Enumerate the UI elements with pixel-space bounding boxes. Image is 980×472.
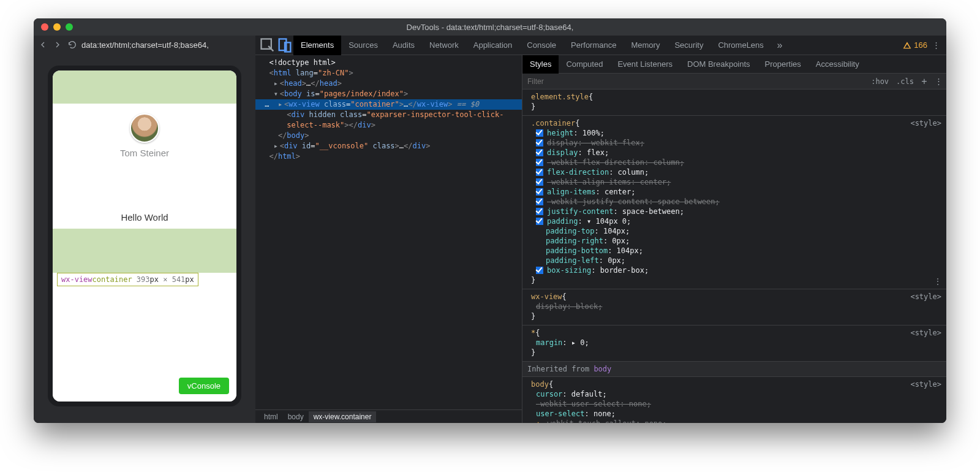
- hello-text: Hello World: [53, 206, 236, 229]
- warning-count: 166: [914, 40, 927, 50]
- inherited-header: Inherited from body: [522, 362, 946, 377]
- css-rule[interactable]: <style>.container {height: 100%;display:…: [522, 116, 946, 289]
- tooltip-tag: wx-view: [61, 275, 92, 284]
- checkbox-icon[interactable]: [536, 267, 543, 274]
- rule-more-icon[interactable]: ⋮: [934, 276, 941, 286]
- tab-security[interactable]: Security: [667, 36, 710, 55]
- tooltip-w: 393: [137, 275, 150, 284]
- window-title: DevTools - data:text/html;charset=utf-8;…: [34, 23, 946, 32]
- cls-toggle[interactable]: .cls: [892, 77, 918, 86]
- tab-memory[interactable]: Memory: [624, 36, 667, 55]
- styles-tabs: StylesComputedEvent ListenersDOM Breakpo…: [522, 55, 946, 74]
- rule-source[interactable]: <style>: [910, 328, 941, 338]
- header-band: [53, 70, 236, 104]
- crumb-wx-view-container[interactable]: wx-view.container: [309, 411, 377, 422]
- devtools-panel: ElementsSourcesAuditsNetworkApplicationC…: [255, 36, 946, 423]
- device-frame: Tom Steiner Hello World wx-viewcontainer…: [34, 54, 255, 423]
- phone-screen[interactable]: Tom Steiner Hello World wx-viewcontainer…: [53, 70, 236, 402]
- tooltip-h: 541: [172, 275, 186, 284]
- crumb-html[interactable]: html: [259, 411, 283, 422]
- kebab-icon[interactable]: ⋮: [932, 40, 940, 50]
- css-rule[interactable]: element.style {}: [522, 89, 946, 116]
- checkbox-icon[interactable]: [536, 149, 543, 156]
- css-rule[interactable]: <style>body {cursor: default;-webkit-use…: [522, 377, 946, 423]
- hov-toggle[interactable]: :hov: [867, 77, 892, 86]
- filter-row: :hov .cls + ⋮: [522, 74, 946, 89]
- tab-audits[interactable]: Audits: [385, 36, 422, 55]
- back-icon[interactable]: [37, 39, 48, 50]
- forward-icon[interactable]: [52, 39, 63, 50]
- overflow-icon[interactable]: »: [771, 37, 788, 54]
- styles-tab-computed[interactable]: Computed: [559, 55, 610, 74]
- rule-source[interactable]: <style>: [910, 379, 941, 389]
- styles-tab-dom-breakpoints[interactable]: DOM Breakpoints: [680, 55, 758, 74]
- user-area: Tom Steiner: [53, 104, 236, 206]
- rules-list[interactable]: element.style {}<style>.container {heigh…: [522, 89, 946, 423]
- checkbox-icon[interactable]: [536, 208, 543, 215]
- css-rule[interactable]: <style>* {margin: ▸ 0;}: [522, 325, 946, 362]
- crumb-body[interactable]: body: [283, 411, 309, 422]
- reload-icon[interactable]: [67, 39, 78, 50]
- rule-source[interactable]: <style>: [910, 292, 941, 302]
- checkbox-icon[interactable]: [536, 178, 543, 186]
- checkbox-icon[interactable]: [536, 129, 543, 137]
- checkbox-icon[interactable]: [536, 198, 543, 205]
- phone-frame: Tom Steiner Hello World wx-viewcontainer…: [48, 66, 241, 406]
- avatar: [130, 113, 159, 143]
- dom-tree[interactable]: <!doctype html> <html lang="zh-CN"> ▸<he…: [255, 55, 522, 409]
- new-rule-icon[interactable]: +: [918, 76, 931, 87]
- tab-console[interactable]: Console: [519, 36, 564, 55]
- device-toggle-icon[interactable]: [276, 37, 293, 54]
- titlebar: DevTools - data:text/html;charset=utf-8;…: [34, 18, 946, 36]
- styles-panel: StylesComputedEvent ListenersDOM Breakpo…: [522, 55, 946, 423]
- vconsole-button[interactable]: vConsole: [179, 378, 229, 394]
- inspect-tooltip: wx-viewcontainer 393px × 541px: [57, 273, 198, 286]
- main-toolbar: ElementsSourcesAuditsNetworkApplicationC…: [255, 36, 946, 55]
- username-text: Tom Steiner: [53, 148, 236, 158]
- checkbox-icon[interactable]: [536, 169, 543, 176]
- checkbox-icon[interactable]: [536, 188, 543, 196]
- preview-column: data:text/html;charset=utf-8;base64, Tom…: [34, 36, 255, 423]
- checkbox-icon[interactable]: [536, 218, 543, 225]
- main-tabs: ElementsSourcesAuditsNetworkApplicationC…: [293, 36, 771, 55]
- checkbox-icon[interactable]: [536, 159, 543, 166]
- tab-network[interactable]: Network: [422, 36, 466, 55]
- filter-input[interactable]: [522, 77, 867, 86]
- checkbox-icon[interactable]: [536, 139, 543, 147]
- styles-tab-styles[interactable]: Styles: [522, 55, 559, 74]
- styles-more-icon[interactable]: ⋮: [931, 77, 946, 86]
- inspect-icon[interactable]: [259, 37, 276, 54]
- rule-source[interactable]: <style>: [910, 118, 941, 128]
- devtools-window: DevTools - data:text/html;charset=utf-8;…: [34, 18, 946, 423]
- warnings-badge[interactable]: 166: [903, 40, 927, 50]
- address-bar: data:text/html;charset=utf-8;base64,: [34, 36, 255, 54]
- tooltip-class: container: [92, 275, 132, 284]
- url-text[interactable]: data:text/html;charset=utf-8;base64,: [81, 40, 209, 50]
- styles-tab-event-listeners[interactable]: Event Listeners: [610, 55, 680, 74]
- css-rule[interactable]: <style>wx-view {display: block;}: [522, 289, 946, 325]
- tab-application[interactable]: Application: [466, 36, 520, 55]
- tab-performance[interactable]: Performance: [564, 36, 624, 55]
- tab-elements[interactable]: Elements: [293, 36, 341, 55]
- breadcrumb: htmlbodywx-view.container: [255, 409, 522, 423]
- tab-chromelens[interactable]: ChromeLens: [710, 36, 771, 55]
- elements-panel: <!doctype html> <html lang="zh-CN"> ▸<he…: [255, 55, 522, 423]
- styles-tab-accessibility[interactable]: Accessibility: [809, 55, 867, 74]
- footer-band: wx-viewcontainer 393px × 541px: [53, 229, 236, 273]
- tab-sources[interactable]: Sources: [341, 36, 385, 55]
- styles-tab-properties[interactable]: Properties: [758, 55, 809, 74]
